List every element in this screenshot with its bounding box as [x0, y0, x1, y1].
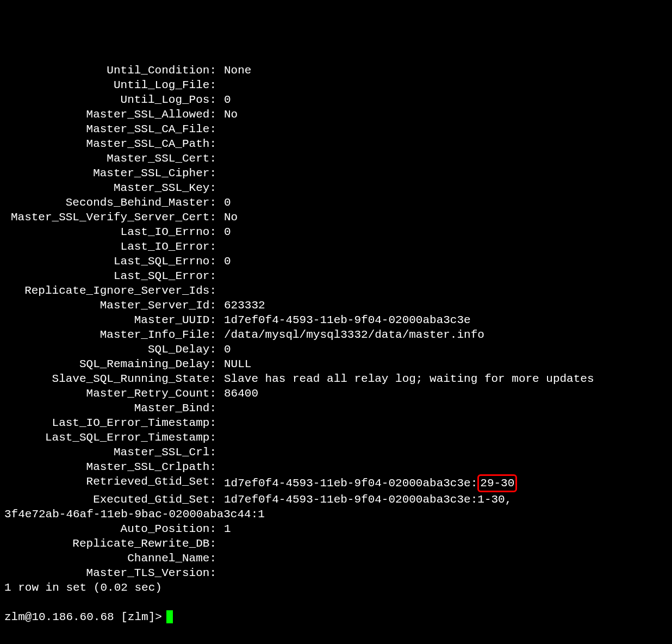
row-value [216, 430, 224, 445]
row-label: Last_IO_Error: [4, 239, 216, 254]
row-value: 86400 [216, 386, 258, 401]
row-label: Last_SQL_Error: [4, 269, 216, 283]
status-row: Master_TLS_Version: [4, 566, 668, 580]
row-label: Master_TLS_Version: [4, 566, 216, 580]
row-label: Master_UUID: [4, 313, 216, 327]
row-value [216, 445, 224, 460]
row-label: Master_SSL_Crlpath: [4, 460, 216, 474]
status-row: Auto_Position:1 [4, 522, 668, 536]
row-label: SQL_Delay: [4, 342, 216, 357]
row-value [216, 151, 224, 166]
status-row: Master_Retry_Count:86400 [4, 386, 668, 401]
row-value [216, 551, 224, 566]
status-row: Last_SQL_Error_Timestamp: [4, 430, 668, 445]
row-label: Executed_Gtid_Set: [4, 492, 216, 507]
row-value: /data/mysql/mysql3332/data/master.info [216, 327, 484, 342]
status-row: SQL_Remaining_Delay:NULL [4, 357, 668, 371]
row-value [216, 137, 224, 151]
row-value: 1 [216, 522, 231, 536]
status-row: Master_Bind: [4, 401, 668, 416]
row-value [216, 416, 224, 430]
row-label: Master_SSL_Cipher: [4, 166, 216, 181]
status-row: Last_SQL_Errno:0 [4, 254, 668, 269]
row-value: Slave has read all relay log; waiting fo… [216, 371, 594, 386]
status-row: Slave_SQL_Running_State:Slave has read a… [4, 371, 668, 386]
result-summary: 1 row in set (0.02 sec) [4, 580, 668, 595]
status-row: Master_SSL_CA_File: [4, 122, 668, 137]
status-row: Master_UUID:1d7ef0f4-4593-11eb-9f04-0200… [4, 313, 668, 327]
row-value: 0 [216, 254, 231, 269]
row-value: 1d7ef0f4-4593-11eb-9f04-02000aba3c3e:29-… [216, 474, 517, 492]
row-label: Master_SSL_Verify_Server_Cert: [4, 210, 216, 225]
row-label: Master_Retry_Count: [4, 386, 216, 401]
status-row: Master_Info_File:/data/mysql/mysql3332/d… [4, 327, 668, 342]
row-value: 1d7ef0f4-4593-11eb-9f04-02000aba3c3e:1-3… [216, 492, 512, 507]
row-value [216, 239, 224, 254]
row-value: 0 [216, 92, 231, 107]
row-value: 0 [216, 342, 231, 357]
gtid-prefix: 1d7ef0f4-4593-11eb-9f04-02000aba3c3e: [224, 477, 477, 490]
row-value: No [216, 210, 238, 225]
row-value [216, 78, 224, 92]
status-row: Master_SSL_Key: [4, 181, 668, 195]
status-row: Master_SSL_Crlpath: [4, 460, 668, 474]
gtid-continuation: 3f4e72ab-46af-11eb-9bac-02000aba3c44:1 [4, 507, 668, 522]
status-row: Last_IO_Error: [4, 239, 668, 254]
shell-prompt-line[interactable]: zlm@10.186.60.68 [zlm]> [4, 610, 668, 624]
row-label: Last_IO_Error_Timestamp: [4, 416, 216, 430]
status-row: Until_Log_Pos:0 [4, 92, 668, 107]
shell-prompt: zlm@10.186.60.68 [zlm]> [4, 611, 162, 623]
row-value [216, 166, 224, 181]
row-value: None [216, 63, 251, 78]
status-row: Replicate_Rewrite_DB: [4, 536, 668, 551]
status-row: Last_IO_Errno:0 [4, 225, 668, 239]
row-label: Master_Server_Id: [4, 298, 216, 313]
row-label: Master_SSL_CA_File: [4, 122, 216, 137]
row-label: SQL_Remaining_Delay: [4, 357, 216, 371]
status-row: Until_Condition:None [4, 63, 668, 78]
status-row: Master_SSL_Crl: [4, 445, 668, 460]
row-value [216, 122, 224, 137]
gtid-highlight: 29-30 [477, 474, 517, 492]
row-label: Until_Condition: [4, 63, 216, 78]
cursor-icon [166, 610, 173, 623]
status-row: Master_SSL_Cipher: [4, 166, 668, 181]
status-row: Last_SQL_Error: [4, 269, 668, 283]
row-value: No [216, 107, 238, 122]
row-label: Master_SSL_Crl: [4, 445, 216, 460]
status-row: Until_Log_File: [4, 78, 668, 92]
status-row: Master_SSL_Verify_Server_Cert:No [4, 210, 668, 225]
row-label: Last_IO_Errno: [4, 225, 216, 239]
status-row: Seconds_Behind_Master:0 [4, 195, 668, 210]
row-value [216, 269, 224, 283]
row-label: Until_Log_File: [4, 78, 216, 92]
row-label: Master_SSL_Cert: [4, 151, 216, 166]
row-label: Seconds_Behind_Master: [4, 195, 216, 210]
row-value [216, 536, 224, 551]
row-value: 0 [216, 195, 231, 210]
status-row: Master_SSL_CA_Path: [4, 137, 668, 151]
row-label: Master_SSL_Allowed: [4, 107, 216, 122]
row-value [216, 460, 224, 474]
row-label: Last_SQL_Error_Timestamp: [4, 430, 216, 445]
status-row: Master_Server_Id:623332 [4, 298, 668, 313]
row-label: Retrieved_Gtid_Set: [4, 474, 216, 492]
status-row: Replicate_Ignore_Server_Ids: [4, 283, 668, 298]
row-value: 1d7ef0f4-4593-11eb-9f04-02000aba3c3e [216, 313, 471, 327]
status-row: SQL_Delay:0 [4, 342, 668, 357]
status-row: Master_SSL_Allowed:No [4, 107, 668, 122]
row-label: Slave_SQL_Running_State: [4, 371, 216, 386]
row-value [216, 566, 224, 580]
terminal-output: Until_Condition:NoneUntil_Log_File:Until… [4, 63, 668, 624]
row-label: Replicate_Rewrite_DB: [4, 536, 216, 551]
status-row: Channel_Name: [4, 551, 668, 566]
row-value: 0 [216, 225, 231, 239]
status-row: Last_IO_Error_Timestamp: [4, 416, 668, 430]
status-row: Retrieved_Gtid_Set:1d7ef0f4-4593-11eb-9f… [4, 474, 668, 492]
row-label: Replicate_Ignore_Server_Ids: [4, 283, 216, 298]
row-value [216, 401, 224, 416]
row-label: Master_Bind: [4, 401, 216, 416]
row-label: Channel_Name: [4, 551, 216, 566]
status-row: Executed_Gtid_Set:1d7ef0f4-4593-11eb-9f0… [4, 492, 668, 507]
row-value: NULL [216, 357, 251, 371]
